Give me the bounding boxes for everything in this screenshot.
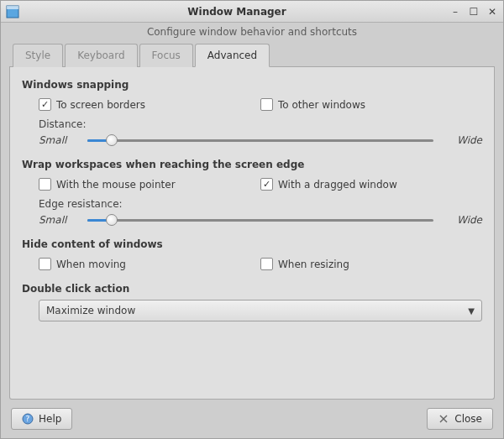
chevron-down-icon: ▼ bbox=[468, 306, 475, 316]
titlebar: Window Manager – ☐ ✕ bbox=[1, 1, 503, 23]
close-button-label: Close bbox=[454, 413, 482, 425]
window-title: Window Manager bbox=[24, 6, 449, 18]
section-hide-title: Hide content of windows bbox=[22, 238, 482, 250]
label-screen-borders: To screen borders bbox=[56, 99, 145, 111]
window-manager-dialog: Window Manager – ☐ ✕ Configure window be… bbox=[0, 0, 504, 439]
slider-wrap-max-label: Wide bbox=[440, 214, 482, 226]
label-edge-resistance: Edge resistance: bbox=[39, 198, 482, 210]
slider-snapping-min-label: Small bbox=[39, 134, 81, 146]
checkbox-screen-borders[interactable] bbox=[39, 98, 51, 111]
slider-wrap-min-label: Small bbox=[39, 214, 81, 226]
combo-selected-label: Maximize window bbox=[46, 305, 135, 316]
slider-snapping-distance[interactable] bbox=[87, 133, 433, 147]
section-dblclick-title: Double click action bbox=[22, 283, 482, 295]
label-when-moving: When moving bbox=[56, 259, 126, 270]
dialog-footer: ? Help Close bbox=[9, 408, 495, 430]
combo-double-click-action[interactable]: Maximize window ▼ bbox=[39, 300, 482, 321]
checkbox-other-windows[interactable] bbox=[260, 98, 273, 111]
tab-keyboard[interactable]: Keyboard bbox=[65, 44, 137, 67]
help-icon: ? bbox=[22, 413, 34, 425]
help-button-label: Help bbox=[39, 413, 61, 425]
tab-style[interactable]: Style bbox=[13, 44, 63, 67]
minimize-button[interactable]: – bbox=[449, 6, 461, 18]
help-button[interactable]: ? Help bbox=[11, 408, 72, 430]
slider-edge-resistance[interactable] bbox=[87, 213, 433, 227]
label-when-resizing: When resizing bbox=[278, 259, 349, 270]
slider-snapping-max-label: Wide bbox=[440, 134, 482, 146]
close-button[interactable]: Close bbox=[427, 408, 493, 430]
app-icon bbox=[6, 5, 19, 18]
tab-panel-advanced: Windows snapping To screen borders To ot… bbox=[9, 67, 495, 400]
section-snapping-title: Windows snapping bbox=[22, 79, 482, 91]
label-distance: Distance: bbox=[39, 118, 482, 130]
checkbox-mouse-pointer[interactable] bbox=[39, 178, 51, 191]
checkbox-dragged-window[interactable] bbox=[260, 178, 273, 191]
tab-bar: Style Keyboard Focus Advanced bbox=[9, 43, 495, 67]
label-dragged-window: With a dragged window bbox=[278, 179, 397, 191]
svg-text:?: ? bbox=[26, 415, 30, 423]
close-icon bbox=[438, 413, 449, 425]
close-window-button[interactable]: ✕ bbox=[486, 6, 498, 18]
tab-focus[interactable]: Focus bbox=[139, 44, 193, 67]
svg-rect-1 bbox=[7, 6, 18, 9]
titlebar-controls: – ☐ ✕ bbox=[449, 6, 498, 18]
label-other-windows: To other windows bbox=[278, 99, 365, 111]
content-area: Style Keyboard Focus Advanced Windows sn… bbox=[1, 43, 503, 438]
checkbox-when-moving[interactable] bbox=[39, 258, 51, 270]
section-wrap-title: Wrap workspaces when reaching the screen… bbox=[22, 159, 482, 170]
checkbox-when-resizing[interactable] bbox=[260, 258, 273, 270]
label-mouse-pointer: With the mouse pointer bbox=[56, 179, 176, 191]
window-subtitle: Configure window behavior and shortcuts bbox=[1, 23, 503, 43]
maximize-button[interactable]: ☐ bbox=[468, 6, 480, 18]
tab-advanced[interactable]: Advanced bbox=[195, 44, 270, 67]
